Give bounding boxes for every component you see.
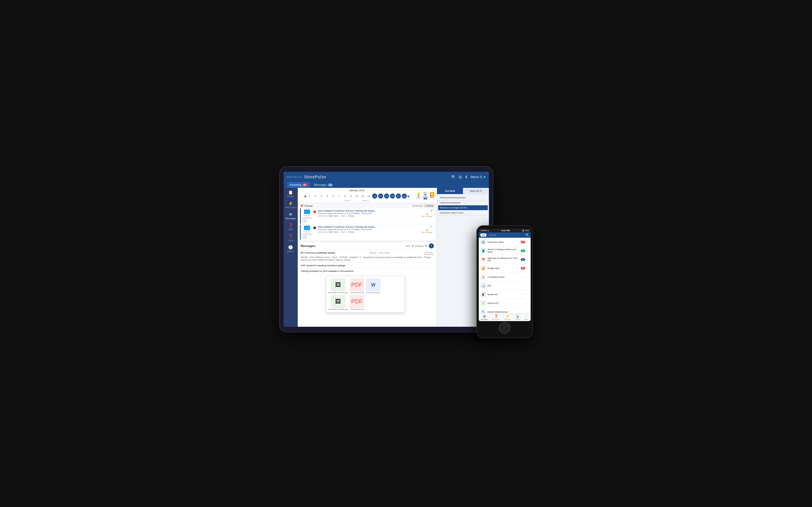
phone-search-icon[interactable]: 🔍 xyxy=(525,233,529,237)
mywork-label: My Work xyxy=(481,319,488,320)
cal-day-5[interactable]: 5 xyxy=(325,193,330,199)
cal-day-6[interactable]: 6 xyxy=(331,193,336,199)
right-panel-tabs: Act Now How do I? xyxy=(437,188,489,194)
message-row-training[interactable]: Training Schedule for 2013 available in … xyxy=(298,269,437,274)
phone-item-absent-colleague[interactable]: 👤 Absent Colleague Returns to Work 8 ☆ xyxy=(479,246,530,255)
tab-messages[interactable]: Messages 12 xyxy=(311,182,335,188)
cal-day-8[interactable]: 8 xyxy=(343,193,348,199)
cal-day-9[interactable]: 9 xyxy=(349,193,354,199)
phone-item-dm[interactable]: 📊 DM ☆ xyxy=(479,281,530,290)
message-row-sop[interactable]: SOP needed for handling hazardous spilla… xyxy=(298,263,437,269)
phone-nav-more[interactable]: ··· More xyxy=(524,314,528,320)
how-btn[interactable]: 💡 How xyxy=(416,192,421,199)
msg-row-sender-1: DM100 - John Smith xyxy=(369,251,390,256)
tab-act-now[interactable]: Act Now xyxy=(437,188,463,194)
tablet-body: 📋 Details ⚡ Take Action ✉ Messages ❓ Why xyxy=(284,188,489,327)
tab-how-do-i[interactable]: How do I? xyxy=(463,188,489,194)
act-now-missing-timecard[interactable]: Missing timecard punches xyxy=(438,195,488,200)
user-menu[interactable]: Marco S. ▾ xyxy=(470,175,486,179)
acknowledge-btn-2[interactable]: 👍 Acknowledge xyxy=(421,229,433,233)
cal-day-2[interactable]: 2 xyxy=(307,193,312,199)
feeds-btn[interactable]: 📡 Feeds 99 xyxy=(423,191,428,200)
phone-badge-corporate: 17 xyxy=(521,241,525,243)
cal-day-11[interactable]: 11 xyxy=(360,193,365,199)
cal-prev-arrow[interactable]: ◀ xyxy=(304,194,306,198)
msg-body-1: "Great job Today with Service on at XYZ … xyxy=(318,212,419,214)
cal-day-16[interactable]: 16 xyxy=(390,193,395,199)
download-icon[interactable]: ⬇ xyxy=(465,175,468,179)
sidebar-item-history[interactable]: 🕐 History xyxy=(287,245,294,252)
thumb-icon-1: 👍 xyxy=(426,213,428,215)
takeaction-icon: ⚡ xyxy=(288,201,293,206)
sort-badge[interactable]: × Priority xyxy=(424,204,435,207)
attachment-popup: 🖼 Route Map & Position.jpg PDF Truck Man… xyxy=(326,276,405,313)
phone-screen: VIRGIN ● 4:21 PM 🔋 22% All Favorite 🔍 🏢 xyxy=(479,229,530,321)
howdoi-icon: ❓ xyxy=(494,314,498,318)
sidebar-label-history: History xyxy=(287,250,294,252)
scene: REFLEXIS StorePulse 🔍 ⊞ ⬇ Marco S. ▾ Inc… xyxy=(279,166,533,341)
sort-area: Sorted by: × Priority xyxy=(412,204,435,207)
attachment-img-1[interactable]: 🖼 Route Map & Position.jpg xyxy=(328,279,348,293)
cal-day-12[interactable]: 12 xyxy=(366,193,371,199)
act-now-minimum-coverage[interactable]: Minimum coverage not met xyxy=(438,205,488,210)
attachment-img-2[interactable]: 🖼 Route Map & Position.jpg xyxy=(328,295,348,310)
message-row-1[interactable]: Re: Inventory availability update DM100 … xyxy=(298,250,437,263)
cal-day-18[interactable]: 18 xyxy=(402,193,407,199)
pinned-header: 📌 Pinned Sorted by: × Priority xyxy=(300,204,435,207)
cal-next-arrow[interactable]: ▶ xyxy=(408,194,410,198)
grid-icon[interactable]: ⊞ xyxy=(459,175,462,179)
phone-item-compliance-alert[interactable]: ⚠ Compliance Alert ☆ xyxy=(479,273,530,281)
attachment-pdf-1[interactable]: PDF Truck Manifest.pdf xyxy=(350,279,364,293)
cal-day-10[interactable]: 10 xyxy=(354,193,359,199)
phone-item-approval-time-off[interactable]: 📅 Approval for Request for Time Off 64 ☆ xyxy=(479,255,530,264)
cal-day-17[interactable]: 17 xyxy=(396,193,401,199)
acknowledge-btn-1[interactable]: 👍 Acknowledge xyxy=(421,213,433,217)
sidebar-item-takeaction[interactable]: ⚡ Take Action xyxy=(285,201,297,209)
sidebar-label-takeaction: Take Action xyxy=(285,206,297,209)
sidebar-item-details[interactable]: 📋 Details xyxy=(287,190,294,198)
tab-incoming[interactable]: Incoming 99 xyxy=(287,182,310,188)
act-now-employee-sick[interactable]: Employee called in sick xyxy=(438,210,488,216)
cal-day-3[interactable]: 3 xyxy=(313,193,318,199)
pinned-item-2[interactable]: 🐦 9:23 am 02/02/2015 Social Media Dave S… xyxy=(300,224,435,240)
phone-item-district-maintenance[interactable]: 🔧 District Maintenance ☆ xyxy=(479,307,530,313)
add-message-btn[interactable]: + xyxy=(429,243,434,248)
attachment-pdf-2[interactable]: PDF Truck Manifest.pdf xyxy=(350,295,364,310)
phone-item-budget-alert[interactable]: 💰 Budget Alert 23 ☆ xyxy=(479,264,530,273)
cal-day-4[interactable]: 4 xyxy=(319,193,324,199)
sidebar-item-messages[interactable]: ✉ Messages xyxy=(286,212,296,220)
star-icon-compliance: ☆ xyxy=(527,276,529,278)
phone-battery: 🔋 22% xyxy=(522,230,529,232)
phone-tab-all[interactable]: All xyxy=(480,233,486,237)
cal-day-15[interactable]: 15 xyxy=(384,193,389,199)
star-icon-corporate: ☆ xyxy=(527,240,529,243)
phone-nav-howdoi[interactable]: ❓ How Do I? xyxy=(492,314,500,320)
phone-home-button[interactable] xyxy=(499,322,510,334)
attachment-doc-1[interactable]: W Truck Manifest.doc xyxy=(366,279,380,293)
phone-item-district-kpi[interactable]: 📈 District KPI ☆ xyxy=(479,299,530,307)
tab-messages-label: Messages xyxy=(314,183,327,186)
sidebar-item-why[interactable]: ❓ Why xyxy=(289,223,293,231)
sidebar-label-why: Why xyxy=(289,228,293,231)
file-name-img-1: Route Map & Position.jpg xyxy=(328,292,348,293)
cal-day-7[interactable]: 7 xyxy=(337,193,342,199)
msg-meta-2: Opened by: Kylie Jack Due in: 7 Days xyxy=(318,231,419,233)
sidebar-item-how[interactable]: ❓ How xyxy=(289,234,293,242)
phone-nav-actnow[interactable]: ⚡ Act Now xyxy=(504,314,511,320)
phone-nav-feeds[interactable]: 📡 Feeds xyxy=(515,314,520,320)
file-name-pdf-1: Truck Manifest.pdf xyxy=(350,292,364,293)
phone-item-corporate-tasks[interactable]: 🏢 Corporate Tasks 17 ☆ xyxy=(479,238,530,246)
training-text: Training Schedule for 2013 available in … xyxy=(301,270,354,272)
act-now-unprocessed-payroll[interactable]: Unprocessed payroll xyxy=(438,200,488,205)
search-icon[interactable]: 🔍 xyxy=(451,175,456,179)
phone-tab-favorite[interactable]: Favorite xyxy=(487,233,498,237)
cal-day-13[interactable]: 13 xyxy=(372,193,377,199)
cal-day-14[interactable]: 14 xyxy=(378,193,383,199)
phone-nav-mywork[interactable]: ⊞ My Work xyxy=(481,314,488,320)
pinned-item-1[interactable]: 🐦 9:23 am 02/02/2015 Social Media Dave S… xyxy=(300,209,435,224)
sort-value: × Priority xyxy=(425,205,433,207)
filter-btn[interactable]: 🔽 Filter xyxy=(430,192,435,199)
phone-item-delete-me[interactable]: 🗑 Delete Me ☆ xyxy=(479,290,530,299)
msg-time-1: 9:23 am xyxy=(303,215,310,217)
act-now-items: Missing timecard punches Unprocessed pay… xyxy=(437,194,489,217)
